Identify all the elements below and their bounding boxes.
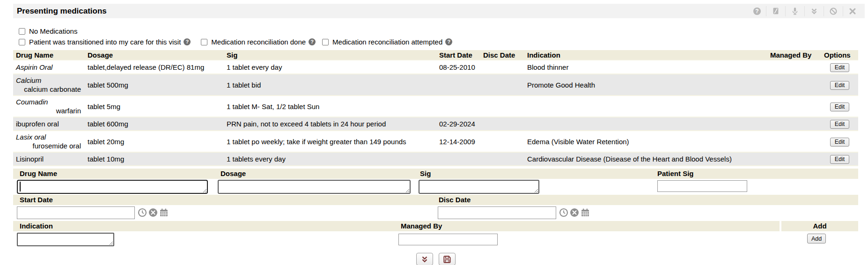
managed-by-cell xyxy=(767,96,821,117)
medications-table: Drug Name Dosage Sig Start Date Disc Dat… xyxy=(13,50,858,166)
dosage-form-label: Dosage xyxy=(221,169,246,177)
form-inputs-row-3: Add xyxy=(13,231,858,248)
col-header-dosage: Dosage xyxy=(85,50,224,60)
reconciliation-done-checkbox[interactable] xyxy=(201,39,207,45)
edit-button[interactable]: Edit xyxy=(830,138,850,147)
form-labels-row-3-main xyxy=(13,221,780,231)
transitioned-label: Patient was transitioned into my care fo… xyxy=(29,38,181,46)
col-header-drug-name: Drug Name xyxy=(13,50,85,60)
drug-name-cell: Lisinopril xyxy=(13,152,85,166)
form-inputs-row-1 xyxy=(13,179,858,195)
dosage-cell: tablet 600mg xyxy=(85,117,224,131)
col-header-options: Options xyxy=(821,50,858,60)
close-icon[interactable] xyxy=(843,6,862,16)
col-header-indication: Indication xyxy=(524,50,767,60)
disc-date-cell xyxy=(480,131,524,152)
dosage-input[interactable] xyxy=(218,180,411,194)
edit-button[interactable]: Edit xyxy=(830,120,850,129)
reconciliation-attempted-help-icon[interactable]: ? xyxy=(445,38,452,45)
collapse-icon[interactable] xyxy=(416,253,433,265)
panel-toolbar: ? xyxy=(748,4,862,18)
managed-by-form-label: Managed By xyxy=(401,222,442,230)
indication-cell: Promote Good Health xyxy=(524,74,767,96)
managed-by-cell xyxy=(767,117,821,131)
presenting-medications-panel: Presenting medications ? No Medications xyxy=(0,0,868,265)
book-icon[interactable] xyxy=(766,6,785,16)
clear-icon[interactable] xyxy=(148,208,158,217)
reconciliation-attempted-group: Medication reconciliation attempted ? xyxy=(322,38,452,46)
transitioned-help-icon[interactable]: ? xyxy=(184,38,191,45)
collapse-icon[interactable] xyxy=(804,6,824,16)
table-row: Lisinopril tablet 10mg 1 tablets every d… xyxy=(13,152,858,166)
sig-input[interactable] xyxy=(419,180,539,194)
disc-date-cell xyxy=(480,96,524,117)
managed-by-input[interactable] xyxy=(398,234,498,245)
start-date-form-label: Start Date xyxy=(20,196,53,204)
form-labels-row-1: Drug Name Dosage Sig Patient Sig xyxy=(13,169,858,179)
form-labels-row-3: Add Indication Managed By xyxy=(13,221,858,231)
start-date-input[interactable] xyxy=(17,206,135,219)
start-date-cell: 08-25-2010 xyxy=(436,60,480,74)
drug-name-input[interactable] xyxy=(17,180,208,194)
edit-button[interactable]: Edit xyxy=(830,155,850,164)
sig-cell: 1 tablet bid xyxy=(224,74,436,96)
save-icon[interactable] xyxy=(439,253,456,265)
clock-icon[interactable] xyxy=(138,208,147,217)
patient-sig-form-label: Patient Sig xyxy=(657,169,694,177)
start-date-icons xyxy=(138,208,169,217)
no-medications-label: No Medications xyxy=(29,27,77,35)
panel-title: Presenting medications xyxy=(17,7,107,16)
sig-cell: 1 tablets every day xyxy=(224,152,436,166)
managed-by-cell xyxy=(767,60,821,74)
transitioned-checkbox[interactable] xyxy=(19,39,25,45)
clear-icon[interactable] xyxy=(570,208,579,217)
calendar-icon[interactable] xyxy=(159,208,169,217)
sig-cell: 1 tablet every day xyxy=(224,60,436,74)
reconciliation-done-group: Medication reconciliation done ? xyxy=(201,38,316,46)
start-date-cell: 12-14-2009 xyxy=(436,131,480,152)
dosage-cell: tablet 5mg xyxy=(85,96,224,117)
managed-by-cell xyxy=(767,74,821,96)
add-column-header: Add xyxy=(781,221,858,231)
no-medications-checkbox[interactable] xyxy=(19,28,25,35)
edit-button[interactable]: Edit xyxy=(830,81,850,90)
drug-name-cell: Coumadinwarfarin xyxy=(13,96,85,117)
start-date-cell: 02-29-2024 xyxy=(436,117,480,131)
dosage-cell: tablet 20mg xyxy=(85,131,224,152)
col-header-sig: Sig xyxy=(224,50,436,60)
managed-by-cell xyxy=(767,152,821,166)
form-labels-row-2: Start Date Disc Date xyxy=(13,195,858,205)
edit-button[interactable]: Edit xyxy=(830,103,850,111)
sig-cell: PRN pain, not to exceed 4 tablets in 24 … xyxy=(224,117,436,131)
sig-cell: 1 tablet po weekly; take if weight great… xyxy=(224,131,436,152)
add-button[interactable]: Add xyxy=(807,234,826,243)
indication-cell: Edema (Visible Water Retention) xyxy=(524,131,767,152)
drug-name-cell: ibuprofen oral xyxy=(13,117,85,131)
disable-icon[interactable] xyxy=(824,6,843,16)
table-row: Aspirin Oral tablet,delayed release (DR/… xyxy=(13,60,858,74)
table-header-row: Drug Name Dosage Sig Start Date Disc Dat… xyxy=(13,50,858,60)
disc-date-cell xyxy=(480,117,524,131)
disc-date-input[interactable] xyxy=(438,206,556,219)
reconciliation-attempted-label: Medication reconciliation attempted xyxy=(332,38,442,46)
indication-input[interactable] xyxy=(17,233,114,246)
reconciliation-done-help-icon[interactable]: ? xyxy=(309,38,316,45)
table-row: ibuprofen oral tablet 600mg PRN pain, no… xyxy=(13,117,858,131)
table-row: Calciumcalcium carbonate tablet 500mg 1 … xyxy=(13,74,858,96)
clock-icon[interactable] xyxy=(559,208,568,217)
indication-cell: Blood thinner xyxy=(524,60,767,74)
calendar-icon[interactable] xyxy=(581,208,590,217)
indication-cell xyxy=(524,117,767,131)
microphone-icon[interactable] xyxy=(785,6,804,16)
sig-form-label: Sig xyxy=(420,169,431,177)
managed-by-cell xyxy=(767,131,821,152)
edit-button[interactable]: Edit xyxy=(830,63,850,72)
disc-date-form-label: Disc Date xyxy=(439,196,471,204)
help-icon[interactable]: ? xyxy=(748,6,766,16)
patient-sig-input[interactable] xyxy=(657,180,747,192)
start-date-cell xyxy=(436,74,480,96)
disc-date-cell xyxy=(480,60,524,74)
reconciliation-attempted-checkbox[interactable] xyxy=(322,39,329,45)
drug-name-cell: Lasix oralfurosemide oral xyxy=(13,131,85,152)
disc-date-cell xyxy=(480,152,524,166)
